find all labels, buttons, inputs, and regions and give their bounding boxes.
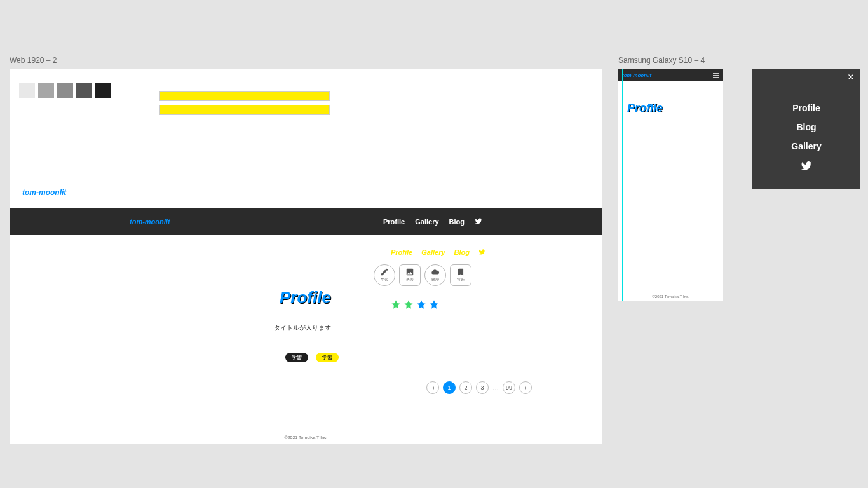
pager-page[interactable]: 99 — [503, 381, 515, 394]
twitter-icon[interactable] — [801, 160, 812, 174]
swatch[interactable] — [19, 83, 35, 98]
star-icon — [403, 299, 414, 312]
nav-profile[interactable]: Profile — [792, 103, 820, 113]
pager-prev[interactable] — [426, 381, 439, 394]
guide-line — [126, 69, 126, 444]
header-nav: Profile Gallery Blog — [383, 216, 482, 227]
color-swatches — [19, 83, 111, 98]
nav-profile[interactable]: Profile — [391, 248, 412, 256]
swatch[interactable] — [57, 83, 73, 98]
swatch[interactable] — [38, 83, 54, 98]
footer: ©2021 Tomoika.T Inc. — [618, 292, 723, 301]
nav-gallery[interactable]: Gallery — [421, 248, 445, 256]
header-nav-alt: Profile Gallery Blog — [391, 247, 485, 258]
pagination: 1 2 3 … 99 — [426, 381, 532, 394]
mobile-menu-nav: Profile Blog Gallery — [752, 69, 860, 174]
footer: ©2021 Tomoika.T Inc. — [10, 431, 602, 444]
feature-chip-label: 過去 — [406, 277, 414, 283]
page-title: Profile — [627, 102, 663, 115]
feature-chip-label: 経歴 — [431, 277, 439, 283]
sample-title: タイトルが入ります — [274, 323, 331, 332]
pager-ellipsis: … — [492, 384, 499, 391]
star-icon — [416, 299, 426, 312]
feature-chip-cloud[interactable]: 経歴 — [424, 264, 446, 286]
nav-blog[interactable]: Blog — [449, 218, 465, 226]
mobile-menu-panel: Profile Blog Gallery — [752, 69, 860, 189]
star-icon — [429, 299, 439, 312]
guide-line — [622, 69, 623, 301]
pager-page[interactable]: 3 — [476, 381, 489, 394]
page-title: Profile — [280, 288, 331, 308]
feature-chip-bookmark[interactable]: 技術 — [450, 264, 471, 286]
rating-stars — [391, 299, 439, 312]
pager-page[interactable]: 2 — [459, 381, 472, 394]
highlight-bar — [159, 105, 330, 115]
tag-chip[interactable]: 学習 — [316, 353, 339, 362]
feature-chip-image[interactable]: 過去 — [399, 264, 421, 286]
highlight-bars — [159, 91, 330, 119]
twitter-icon[interactable] — [478, 247, 485, 258]
artboard-mobile: tom-moonlit Profile ©2021 Tomoika.T Inc. — [618, 69, 723, 301]
feature-chip-pencil[interactable]: 学習 — [374, 264, 395, 286]
feature-chip-label: 学習 — [381, 277, 388, 283]
swatch[interactable] — [76, 83, 92, 98]
highlight-bar — [159, 91, 330, 101]
brand-logo: tom-moonlit — [22, 188, 66, 197]
nav-blog[interactable]: Blog — [454, 248, 470, 256]
feature-icons: 学習 過去 経歴 技術 — [374, 264, 471, 286]
pager-next[interactable] — [519, 381, 532, 394]
nav-gallery[interactable]: Gallery — [415, 218, 438, 226]
brand-logo[interactable]: tom-moonlit — [130, 218, 170, 226]
header-bar: tom-moonlit Profile Gallery Blog — [10, 208, 602, 235]
tag-chip[interactable]: 学習 — [285, 353, 308, 362]
star-icon — [391, 299, 401, 312]
nav-gallery[interactable]: Gallery — [791, 141, 821, 151]
artboard-web: tom-moonlit tom-moonlit Profile Gallery … — [10, 69, 602, 444]
close-icon[interactable] — [846, 72, 855, 84]
brand-logo[interactable]: tom-moonlit — [622, 72, 651, 78]
guide-line — [719, 69, 719, 301]
mobile-header: tom-moonlit — [618, 69, 723, 81]
pager-page[interactable]: 1 — [443, 381, 456, 394]
artboard-label-mobile: Samsung Galaxy S10 – 4 — [618, 56, 705, 65]
swatch[interactable] — [95, 83, 111, 98]
artboard-label-web: Web 1920 – 2 — [10, 56, 57, 65]
feature-chip-label: 技術 — [457, 277, 465, 283]
twitter-icon[interactable] — [475, 216, 482, 227]
nav-profile[interactable]: Profile — [383, 218, 405, 226]
tag-chips: 学習 学習 — [285, 353, 339, 362]
nav-blog[interactable]: Blog — [796, 122, 816, 132]
